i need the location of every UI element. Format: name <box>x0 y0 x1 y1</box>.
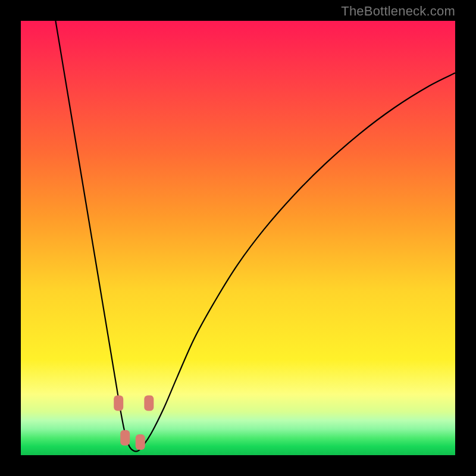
marker-left-lower <box>120 430 130 446</box>
marker-layer <box>114 395 154 450</box>
curve-layer <box>21 21 455 455</box>
bottleneck-curve <box>55 21 455 452</box>
chart-stage: TheBottleneck.com <box>0 0 476 476</box>
marker-right-lower <box>136 434 145 450</box>
marker-right-upper <box>144 395 154 411</box>
plot-area <box>21 21 455 455</box>
marker-left-upper <box>114 395 123 411</box>
watermark-text: TheBottleneck.com <box>341 4 455 19</box>
